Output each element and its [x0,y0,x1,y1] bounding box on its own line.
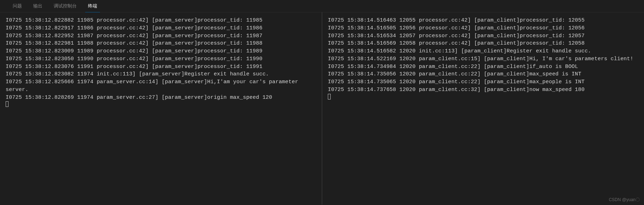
terminal-output-left: I0725 15:38:12.822882 11985 processor.cc… [6,17,316,101]
terminal-split-container: I0725 15:38:12.822882 11985 processor.cc… [0,12,644,205]
tab-problems[interactable]: 问题 [7,0,28,12]
tab-debug-console[interactable]: 调试控制台 [48,0,82,12]
tab-terminal[interactable]: 终端 [82,0,103,12]
terminal-output-right: I0725 15:38:14.516463 12055 processor.cc… [328,17,638,94]
terminal-cursor-right [328,94,331,99]
tab-output[interactable]: 输出 [28,0,48,12]
terminal-cursor-left [6,101,8,107]
terminal-pane-left[interactable]: I0725 15:38:12.822882 11985 processor.cc… [0,12,322,205]
terminal-pane-right[interactable]: I0725 15:38:14.516463 12055 processor.cc… [322,12,644,205]
watermark-label: CSDN @yuan〇 [609,197,640,203]
panel-tabs-header: 问题 输出 调试控制台 终端 [0,0,644,12]
